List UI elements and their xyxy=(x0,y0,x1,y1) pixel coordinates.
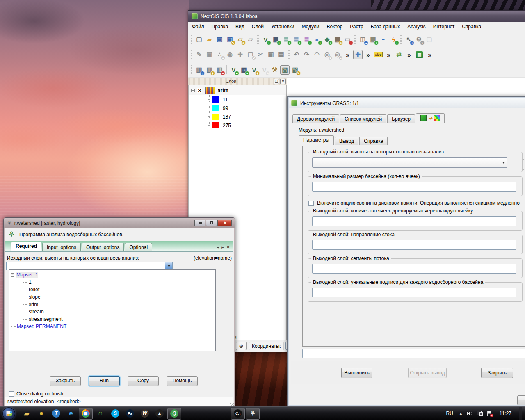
field-calculator-icon[interactable]: ▦+ xyxy=(368,35,378,44)
close-icon[interactable]: ✕ xyxy=(217,220,232,226)
tab-parameters[interactable]: Параметры xyxy=(299,135,334,145)
composer-manager-icon[interactable]: ▱ xyxy=(246,35,255,44)
options-gear-icon[interactable]: ⚙▾ xyxy=(414,35,424,44)
grass-tools-icon[interactable]: V✶ xyxy=(249,65,259,75)
overflow-chevron-icon[interactable]: » xyxy=(343,50,352,59)
clipped-button[interactable] xyxy=(517,395,525,405)
close-button[interactable]: Закрыть xyxy=(481,368,513,378)
save-edits-icon[interactable]: ▣ xyxy=(205,50,214,59)
stream-output-input[interactable] xyxy=(312,264,516,274)
select-by-form-icon[interactable]: ▢ xyxy=(425,35,434,44)
copy-button[interactable]: Copy xyxy=(128,376,159,386)
cut-features-icon[interactable]: ✂ xyxy=(256,50,265,59)
save-project-as-icon[interactable]: ▣✎ xyxy=(225,35,235,44)
move-feature-icon[interactable]: ◉ xyxy=(225,50,235,59)
utility-icon[interactable]: ● xyxy=(34,408,48,420)
thunderbird-icon[interactable]: T xyxy=(49,408,63,420)
mapset-tree[interactable]: − Mapset: 1 1 relief slope srtm stream s… xyxy=(9,269,216,351)
raster-toolbar-icon[interactable]: ▦ xyxy=(415,50,424,59)
edit-grass-region-icon[interactable]: ▧✎ xyxy=(290,65,300,75)
tab-module-list[interactable]: Список модулей xyxy=(340,114,386,123)
grass-region-icon[interactable]: ▧ xyxy=(280,65,290,75)
copy-features-icon[interactable]: ▣ xyxy=(266,50,276,59)
save-project-icon[interactable]: ▣ xyxy=(215,35,224,44)
explorer-icon[interactable]: ▰ xyxy=(20,408,34,420)
menu-help[interactable]: Справка xyxy=(458,22,485,31)
tab-close-icon[interactable]: ✕ xyxy=(226,244,230,250)
split-features-icon[interactable]: ◎− xyxy=(333,50,342,59)
layer-item-srtm[interactable]: − ✕ srtm xyxy=(189,85,286,95)
add-grass-vector-layer-icon[interactable]: V+ xyxy=(229,65,238,75)
action-center-icon[interactable]: ✕ xyxy=(487,411,492,416)
toolbar-grip[interactable] xyxy=(191,35,192,44)
min-basin-size-input[interactable] xyxy=(312,182,516,192)
add-raster-layer-icon[interactable]: ▦+ xyxy=(271,35,281,44)
tab-manual[interactable]: Справка xyxy=(359,137,388,145)
paste-features-icon[interactable]: ▤ xyxy=(276,50,286,59)
pan-map-icon[interactable]: ✚ xyxy=(353,50,363,59)
elevation-combobox[interactable] xyxy=(6,262,173,270)
tree-item-mapset1[interactable]: − Mapset: 1 xyxy=(11,271,215,278)
redo-icon[interactable]: ↷ xyxy=(302,50,311,59)
add-wms-layer-icon[interactable]: ●+ xyxy=(312,35,322,44)
attribute-table-icon[interactable]: ◫◂ xyxy=(358,35,368,44)
new-project-icon[interactable]: ▢ xyxy=(194,35,204,44)
minimize-icon[interactable] xyxy=(194,220,205,226)
tree-item[interactable]: srtm xyxy=(11,301,215,308)
run-button[interactable]: Run xyxy=(89,376,120,386)
add-wcs-layer-icon[interactable]: ▦✶ xyxy=(333,35,342,44)
panel-float-icon[interactable]: ❑ xyxy=(274,79,279,84)
tree-item-mapset-permanent[interactable]: Mapset: PERMANENT xyxy=(11,323,215,330)
add-vector-layer-icon[interactable]: V+ xyxy=(261,35,270,44)
grass-titlebar[interactable]: Инструменты GRASS: 1/1 xyxy=(289,98,525,108)
add-spatialite-layer-icon[interactable]: ≣+ xyxy=(281,35,291,44)
combo-dropdown-icon[interactable] xyxy=(165,262,172,270)
tab-browser[interactable]: Браузер xyxy=(387,114,415,123)
layers-panel-header[interactable]: Слои ❑ ✕ xyxy=(188,78,287,85)
reshape-features-icon[interactable]: ◎✶ xyxy=(322,50,332,59)
overflow-chevron-icon[interactable]: » xyxy=(363,50,373,59)
collapse-expander-icon[interactable]: − xyxy=(191,89,195,92)
tab-output-options[interactable]: Output_options xyxy=(82,243,124,251)
close-mapset-icon[interactable]: ▥− xyxy=(215,65,224,75)
tab-scroll-right-icon[interactable]: ▸ xyxy=(221,244,224,250)
skype-icon[interactable]: S xyxy=(108,408,122,420)
layer-visibility-checkbox[interactable]: ✕ xyxy=(197,88,202,93)
labeling-abc-icon[interactable]: abc xyxy=(374,50,383,59)
menu-analysis[interactable]: Analysis xyxy=(404,22,429,31)
elevation-combobox[interactable] xyxy=(312,157,507,168)
menu-raster[interactable]: Растр xyxy=(346,22,367,31)
volume-icon[interactable] xyxy=(467,411,472,416)
menu-edit[interactable]: Правка xyxy=(208,22,232,31)
show-desktop-button[interactable] xyxy=(519,407,522,420)
help-button[interactable]: Помощь xyxy=(167,376,198,386)
menu-vector[interactable]: Вектор xyxy=(323,22,346,31)
overflow-chevron-icon[interactable]: » xyxy=(425,50,434,59)
accumulation-output-input[interactable] xyxy=(312,216,516,226)
game-tanks-icon[interactable]: W xyxy=(138,408,152,420)
tab-module-tree[interactable]: Дерево модулей xyxy=(292,114,339,123)
tree-item[interactable]: stream xyxy=(11,308,215,315)
open-project-icon[interactable]: ▰ xyxy=(205,35,214,44)
chrome-icon[interactable] xyxy=(79,408,93,420)
menu-file[interactable]: Файл xyxy=(188,22,208,31)
tab-input-options[interactable]: Input_options xyxy=(42,243,81,251)
close-button[interactable]: Закрыть xyxy=(50,376,81,386)
remove-layer-icon[interactable]: ▭− xyxy=(343,35,352,44)
python-console-icon[interactable]: ◓ xyxy=(379,35,388,44)
tree-item[interactable]: slope xyxy=(11,293,215,301)
game-dark-icon[interactable]: ▲ xyxy=(153,408,167,420)
rwatershed-titlebar[interactable]: ⚘ r.watershed [raster, hydrology] ✕ xyxy=(4,218,235,228)
menu-plugins[interactable]: Модули xyxy=(298,22,323,31)
combo-arrow-icon[interactable] xyxy=(500,158,507,167)
panel-close-icon[interactable]: ✕ xyxy=(280,79,286,84)
cmd-icon[interactable]: C:\ xyxy=(231,408,245,420)
new-mapset-icon[interactable]: ▥✶ xyxy=(205,65,214,75)
toolbar-grip[interactable] xyxy=(257,35,259,44)
network-icon[interactable] xyxy=(477,411,483,416)
tree-item[interactable]: relief xyxy=(11,286,215,293)
tab-scroll-left-icon[interactable]: ◂ xyxy=(217,244,219,250)
install-plugin-icon[interactable]: ϟ+ xyxy=(389,35,398,44)
toolbar-grip[interactable] xyxy=(288,50,290,59)
render-icon[interactable]: ⊛ xyxy=(236,342,247,350)
